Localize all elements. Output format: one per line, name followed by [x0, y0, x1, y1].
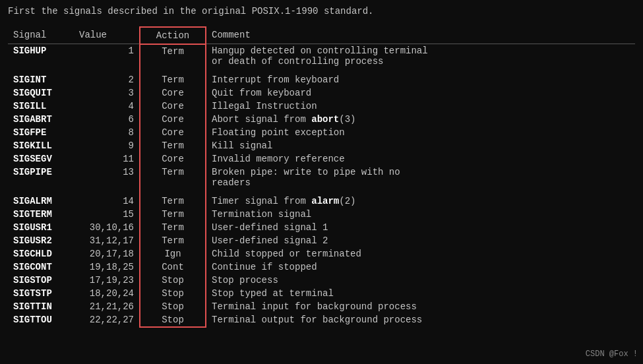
cell-value: 2 — [74, 73, 140, 86]
cell-action: Stop — [140, 300, 206, 313]
cell-signal: SIGUSR1 — [8, 221, 74, 234]
table-spacer — [8, 189, 635, 195]
cell-action: Term — [140, 195, 206, 208]
cell-action: Term — [140, 139, 206, 152]
table-row: SIGTSTP18,20,24StopStop typed at termina… — [8, 287, 635, 300]
cell-value: 11 — [74, 152, 140, 166]
cell-comment: Timer signal from alarm(2) — [206, 195, 635, 208]
cell-comment: User-defined signal 2 — [206, 234, 635, 247]
table-row: SIGCHLD20,17,18IgnChild stopped or termi… — [8, 247, 635, 260]
cell-signal: SIGALRM — [8, 195, 74, 208]
cell-signal: SIGSTOP — [8, 274, 74, 287]
cell-comment: Terminal input for background process — [206, 300, 635, 313]
cell-value: 18,20,24 — [74, 287, 140, 300]
header-action: Action — [140, 27, 206, 44]
cell-action: Core — [140, 86, 206, 100]
cell-value: 19,18,25 — [74, 260, 140, 274]
cell-comment: Floating point exception — [206, 126, 635, 139]
cell-comment: Stop process — [206, 274, 635, 287]
table-row: SIGUSR130,10,16TermUser-defined signal 1 — [8, 221, 635, 234]
cell-signal: SIGUSR2 — [8, 234, 74, 247]
cell-comment: Broken pipe: write to pipe with noreader… — [206, 166, 635, 189]
header-signal: Signal — [8, 27, 74, 44]
header-value: Value — [74, 27, 140, 44]
cell-action: Core — [140, 100, 206, 113]
cell-value: 17,19,23 — [74, 274, 140, 287]
table-row: SIGPIPE13TermBroken pipe: write to pipe … — [8, 166, 635, 189]
cell-signal: SIGFPE — [8, 126, 74, 139]
cell-action: Term — [140, 234, 206, 247]
cell-value: 15 — [74, 208, 140, 221]
cell-action: Stop — [140, 313, 206, 327]
cell-comment: Kill signal — [206, 139, 635, 152]
cell-value: 6 — [74, 113, 140, 126]
cell-comment: User-defined signal 1 — [206, 221, 635, 234]
cell-action: Cont — [140, 260, 206, 274]
table-spacer — [8, 68, 635, 73]
cell-comment: Invalid memory reference — [206, 152, 635, 166]
cell-signal: SIGINT — [8, 73, 74, 86]
cell-value: 22,22,27 — [74, 313, 140, 327]
cell-value: 4 — [74, 100, 140, 113]
cell-value: 1 — [74, 44, 140, 69]
table-row: SIGABRT6CoreAbort signal from abort(3) — [8, 113, 635, 126]
cell-value: 13 — [74, 166, 140, 189]
cell-signal: SIGABRT — [8, 113, 74, 126]
cell-signal: SIGHUP — [8, 44, 74, 69]
cell-value: 3 — [74, 86, 140, 100]
cell-signal: SIGCHLD — [8, 247, 74, 260]
cell-value: 30,10,16 — [74, 221, 140, 234]
cell-action: Term — [140, 208, 206, 221]
table-row: SIGQUIT3CoreQuit from keyboard — [8, 86, 635, 100]
cell-signal: SIGTTIN — [8, 300, 74, 313]
cell-value: 8 — [74, 126, 140, 139]
table-row: SIGFPE8CoreFloating point exception — [8, 126, 635, 139]
table-row: SIGCONT19,18,25ContContinue if stopped — [8, 260, 635, 274]
cell-comment: Termination signal — [206, 208, 635, 221]
header-comment: Comment — [206, 27, 635, 44]
cell-signal: SIGILL — [8, 100, 74, 113]
table-row: SIGSEGV11CoreInvalid memory reference — [8, 152, 635, 166]
cell-signal: SIGTERM — [8, 208, 74, 221]
cell-action: Term — [140, 73, 206, 86]
cell-comment: Child stopped or terminated — [206, 247, 635, 260]
table-row: SIGKILL9TermKill signal — [8, 139, 635, 152]
cell-signal: SIGQUIT — [8, 86, 74, 100]
table-row: SIGUSR231,12,17TermUser-defined signal 2 — [8, 234, 635, 247]
cell-value: 31,12,17 — [74, 234, 140, 247]
cell-comment: Hangup detected on controlling terminalo… — [206, 44, 635, 69]
cell-signal: SIGSEGV — [8, 152, 74, 166]
cell-value: 14 — [74, 195, 140, 208]
cell-comment: Illegal Instruction — [206, 100, 635, 113]
cell-action: Term — [140, 44, 206, 69]
table-row: SIGTTIN21,21,26StopTerminal input for ba… — [8, 300, 635, 313]
cell-comment: Stop typed at terminal — [206, 287, 635, 300]
table-row: SIGILL4CoreIllegal Instruction — [8, 100, 635, 113]
cell-action: Term — [140, 221, 206, 234]
cell-signal: SIGCONT — [8, 260, 74, 274]
intro-text: First the signals described in the origi… — [8, 5, 635, 18]
cell-comment: Terminal output for background process — [206, 313, 635, 327]
cell-action: Core — [140, 126, 206, 139]
table-row: SIGALRM14TermTimer signal from alarm(2) — [8, 195, 635, 208]
cell-action: Stop — [140, 287, 206, 300]
cell-signal: SIGTTOU — [8, 313, 74, 327]
table-row: SIGTTOU22,22,27StopTerminal output for b… — [8, 313, 635, 327]
cell-comment: Quit from keyboard — [206, 86, 635, 100]
cell-signal: SIGTSTP — [8, 287, 74, 300]
cell-value: 9 — [74, 139, 140, 152]
cell-value: 21,21,26 — [74, 300, 140, 313]
cell-action: Core — [140, 113, 206, 126]
table-row: SIGSTOP17,19,23StopStop process — [8, 274, 635, 287]
cell-action: Term — [140, 166, 206, 189]
signals-table: Signal Value Action Comment SIGHUP1TermH… — [8, 26, 635, 328]
table-header: Signal Value Action Comment — [8, 27, 635, 44]
table-row: SIGHUP1TermHangup detected on controllin… — [8, 44, 635, 69]
table-row: SIGINT2TermInterrupt from keyboard — [8, 73, 635, 86]
cell-value: 20,17,18 — [74, 247, 140, 260]
watermark: CSDN @Fox ! — [586, 349, 638, 359]
table-row: SIGTERM15TermTermination signal — [8, 208, 635, 221]
cell-signal: SIGKILL — [8, 139, 74, 152]
cell-action: Stop — [140, 274, 206, 287]
cell-action: Ign — [140, 247, 206, 260]
